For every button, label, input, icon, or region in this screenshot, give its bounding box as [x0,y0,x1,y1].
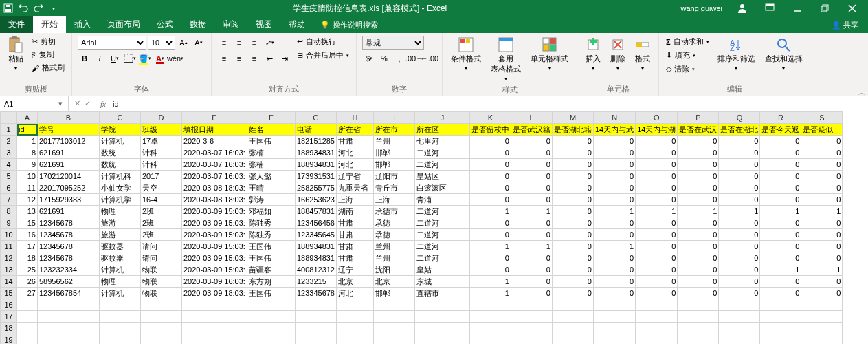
data-cell[interactable]: 0 [593,288,635,299]
empty-cell[interactable] [593,323,635,334]
data-cell[interactable]: 小仙女学 [100,182,141,194]
data-cell[interactable]: 0 [511,264,552,276]
data-cell[interactable]: 12345678 [38,252,100,264]
tab-view[interactable]: 视图 [247,16,280,33]
empty-cell[interactable] [414,299,469,311]
data-cell[interactable]: 0 [678,217,719,229]
tab-home[interactable]: 开始 [33,16,66,33]
tab-formula[interactable]: 公式 [148,16,181,33]
data-cell[interactable]: 1 [469,241,511,252]
copy-button[interactable]: ⎘复制 [30,49,66,61]
italic-button[interactable]: I [93,52,107,65]
data-cell[interactable]: 直辖市 [414,288,469,299]
data-cell[interactable]: 辽宁省 [336,171,373,182]
data-cell[interactable]: 0 [636,264,678,276]
empty-cell[interactable] [38,334,100,345]
data-cell[interactable]: 0 [760,171,801,182]
data-cell[interactable]: 0 [760,136,801,147]
data-cell[interactable]: 1 [801,206,843,217]
empty-cell[interactable] [593,311,635,323]
font-color-button[interactable]: A▾ [153,52,167,65]
empty-cell[interactable] [469,334,511,345]
grow-font-button[interactable]: A▴ [177,36,190,50]
data-cell[interactable]: 0 [469,217,511,229]
save-icon[interactable] [3,3,14,14]
data-cell[interactable]: 0 [552,241,593,252]
data-cell[interactable]: 16-4 [141,194,182,206]
data-cell[interactable]: 北京 [336,276,373,288]
row-header[interactable]: 4 [1,159,17,171]
spreadsheet-grid[interactable]: ABCDEFGHIJKLMNOPQRS1id学号学院班级填报日期姓名电话所在省所… [0,111,868,344]
data-cell[interactable]: 1 [593,206,635,217]
data-cell[interactable]: 173931531 [295,171,336,182]
data-cell[interactable]: 沈阳 [373,264,414,276]
empty-cell[interactable] [141,311,182,323]
empty-cell[interactable] [295,299,336,311]
data-cell[interactable]: 数统 [100,159,141,171]
data-cell[interactable]: 二道河 [414,217,469,229]
empty-cell[interactable] [801,299,843,311]
collapse-ribbon-icon[interactable]: ︿ [858,88,865,98]
empty-cell[interactable] [469,299,511,311]
data-cell[interactable]: 182151285 [295,136,336,147]
empty-cell[interactable] [336,299,373,311]
empty-cell[interactable] [295,334,336,345]
data-cell[interactable]: 17卓 [141,136,182,147]
data-cell[interactable]: 陈独秀 [247,229,295,241]
data-cell[interactable]: 0 [593,229,635,241]
empty-cell[interactable] [760,334,801,345]
data-cell[interactable]: 9 [17,159,38,171]
delete-cells-button[interactable]: 删除▾ [608,36,628,73]
data-cell[interactable]: 621691 [38,147,100,159]
empty-cell[interactable] [414,311,469,323]
data-cell[interactable]: 188934831 [295,241,336,252]
indent-increase-button[interactable]: ⇥ [278,52,291,65]
data-cell[interactable]: 0 [760,241,801,252]
enter-formula-icon[interactable]: ✓ [85,99,91,108]
cell-styles-button[interactable]: 单元格样式▾ [528,36,571,73]
data-cell[interactable]: 张人懿 [247,171,295,182]
data-cell[interactable]: 0 [801,194,843,206]
data-cell[interactable]: 0 [469,182,511,194]
data-cell[interactable]: 1 [511,241,552,252]
empty-cell[interactable] [719,311,760,323]
data-cell[interactable]: 2020-03-09 15:03: [182,241,247,252]
empty-cell[interactable] [801,323,843,334]
data-cell[interactable]: 皇姑区 [414,171,469,182]
tab-insert[interactable]: 插入 [66,16,99,33]
data-cell[interactable]: 12345678 [38,217,100,229]
column-header[interactable]: O [636,112,678,124]
data-cell[interactable]: 2020-03-08 18:03: [182,182,247,194]
empty-cell[interactable] [373,323,414,334]
fill-color-button[interactable]: 🪣▾ [138,52,152,65]
data-cell[interactable]: 1702120014 [38,171,100,182]
data-cell[interactable]: 二道河 [414,241,469,252]
data-cell[interactable]: 承德市 [373,206,414,217]
row-header[interactable]: 8 [1,206,17,217]
data-cell[interactable]: 16 [17,229,38,241]
row-header[interactable]: 14 [1,276,17,288]
data-cell[interactable]: 兰州 [373,252,414,264]
empty-cell[interactable] [295,323,336,334]
empty-cell[interactable] [593,299,635,311]
data-cell[interactable]: 0 [636,288,678,299]
align-middle-button[interactable]: ≡ [232,36,246,50]
empty-cell[interactable] [336,334,373,345]
data-cell[interactable]: 0 [469,264,511,276]
data-cell[interactable]: 17 [17,241,38,252]
merge-center-button[interactable]: ⊞合并后居中▾ [296,50,350,61]
data-cell[interactable]: 1 [636,206,678,217]
empty-cell[interactable] [636,334,678,345]
user-name[interactable]: wang guiwei [680,4,722,12]
indent-decrease-button[interactable]: ⇤ [263,52,276,65]
data-cell[interactable]: 123345645 [295,229,336,241]
data-cell[interactable]: 0 [678,147,719,159]
tab-data[interactable]: 数据 [181,16,214,33]
row-header[interactable]: 13 [1,264,17,276]
empty-cell[interactable] [636,299,678,311]
header-cell[interactable]: 14天内与湖 [636,124,678,136]
data-cell[interactable]: 0 [552,147,593,159]
data-cell[interactable]: 0 [593,182,635,194]
empty-cell[interactable] [414,323,469,334]
data-cell[interactable]: 0 [636,147,678,159]
